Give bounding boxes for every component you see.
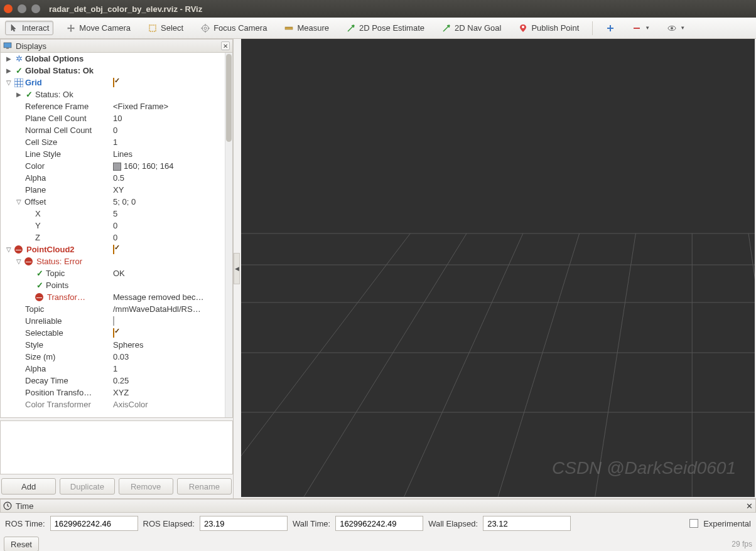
- property-cell-size[interactable]: Cell Size1: [1, 136, 225, 148]
- property-offset-z[interactable]: Z0: [1, 232, 225, 243]
- unreliable-checkbox[interactable]: [113, 316, 114, 326]
- rename-button[interactable]: Rename: [177, 478, 232, 495]
- tree-item-pc-status[interactable]: ▽—Status: Error: [1, 255, 225, 267]
- pin-icon: [519, 24, 527, 33]
- eye-button[interactable]: ▼: [663, 21, 689, 35]
- tree-item-grid-status[interactable]: ▶✓Status: Ok: [1, 88, 225, 100]
- select-icon: [148, 24, 157, 33]
- color-swatch[interactable]: [113, 163, 121, 171]
- tree-item-grid[interactable]: ▽Grid: [1, 77, 225, 88]
- publish-point-button[interactable]: Publish Point: [514, 21, 583, 35]
- displays-panel-title: Displays: [16, 41, 217, 51]
- displays-tree[interactable]: ▶✲Global Options ▶✓Global Status: Ok ▽Gr…: [1, 53, 225, 417]
- property-alpha2[interactable]: Alpha1: [1, 363, 225, 375]
- ros-time-label: ROS Time:: [5, 519, 45, 528]
- panel-close-button[interactable]: ✕: [746, 501, 753, 511]
- expander-icon[interactable]: ▶: [5, 67, 13, 74]
- svg-point-2: [204, 27, 207, 29]
- render-area: ◀ CSDN @DarkSeid0601: [234, 39, 756, 498]
- selectable-checkbox[interactable]: [113, 328, 114, 338]
- tree-item-pointcloud2[interactable]: ▽—PointCloud2: [1, 243, 225, 255]
- ros-elapsed-label: ROS Elapsed:: [143, 519, 195, 528]
- experimental-checkbox[interactable]: [689, 519, 698, 528]
- property-color[interactable]: Color160; 160; 164: [1, 160, 225, 172]
- property-color-transformer[interactable]: Color TransformerAxisColor: [1, 399, 225, 410]
- pose-estimate-button[interactable]: 2D Pose Estimate: [342, 21, 429, 35]
- check-icon: ✓: [35, 281, 44, 290]
- expander-icon[interactable]: ▶: [15, 91, 23, 98]
- grid-icon: [14, 78, 23, 87]
- select-label: Select: [161, 23, 183, 33]
- move-camera-button[interactable]: Move Camera: [62, 21, 135, 35]
- status-topic[interactable]: ✓TopicOK: [1, 267, 225, 279]
- green-arrow-icon: [442, 24, 451, 33]
- green-arrow-icon: [347, 24, 355, 33]
- wall-elapsed-field[interactable]: [483, 516, 571, 531]
- property-offset[interactable]: ▽Offset5; 0; 0: [1, 196, 225, 208]
- enabled-checkbox[interactable]: [113, 78, 114, 87]
- wall-elapsed-label: Wall Elapsed:: [428, 519, 478, 528]
- property-plane[interactable]: PlaneXY: [1, 184, 225, 196]
- enabled-checkbox[interactable]: [113, 245, 114, 254]
- time-panel-header[interactable]: Time ✕: [0, 499, 756, 513]
- window-close-button[interactable]: [4, 4, 13, 13]
- property-selectable[interactable]: Selectable: [1, 327, 225, 339]
- wall-time-field[interactable]: [335, 516, 423, 531]
- property-style[interactable]: StyleSpheres: [1, 339, 225, 351]
- select-button[interactable]: Select: [144, 21, 188, 35]
- property-plane-cell-count[interactable]: Plane Cell Count10: [1, 112, 225, 124]
- property-offset-y[interactable]: Y0: [1, 220, 225, 232]
- status-transform[interactable]: —Transfor…Message removed bec…: [1, 291, 225, 303]
- property-size[interactable]: Size (m)0.03: [1, 351, 225, 363]
- ros-time-field[interactable]: [50, 516, 138, 531]
- time-panel-title: Time: [16, 501, 742, 511]
- scrollbar-thumb[interactable]: [226, 54, 232, 142]
- remove-button[interactable]: Remove: [119, 478, 173, 495]
- publish-point-label: Publish Point: [531, 23, 579, 33]
- expander-icon[interactable]: ▽: [15, 198, 23, 205]
- tree-scrollbar[interactable]: [225, 53, 232, 417]
- property-decay[interactable]: Decay Time0.25: [1, 375, 225, 387]
- tree-item-global-status[interactable]: ▶✓Global Status: Ok: [1, 65, 225, 77]
- status-points[interactable]: ✓Points: [1, 279, 225, 291]
- expander-icon[interactable]: ▽: [5, 79, 13, 86]
- reset-button[interactable]: Reset: [4, 537, 39, 551]
- panel-close-button[interactable]: ✕: [221, 41, 230, 50]
- monitor-icon: [3, 41, 12, 50]
- focus-camera-button[interactable]: Focus Camera: [197, 21, 271, 35]
- main-toolbar: Interact Move Camera Select Focus Camera…: [0, 18, 756, 39]
- window-minimize-button[interactable]: [18, 4, 26, 13]
- expander-icon[interactable]: ▽: [5, 246, 13, 253]
- error-icon: —: [14, 245, 23, 254]
- add-button[interactable]: Add: [1, 478, 56, 495]
- property-unreliable[interactable]: Unreliable: [1, 315, 225, 327]
- panel-collapse-handle[interactable]: ◀: [234, 253, 240, 284]
- nav-goal-button[interactable]: 2D Nav Goal: [438, 21, 505, 35]
- measure-button[interactable]: Measure: [280, 21, 333, 35]
- svg-rect-9: [14, 78, 23, 87]
- expander-icon[interactable]: ▽: [15, 258, 23, 265]
- svg-rect-7: [4, 43, 11, 48]
- property-position-transformer[interactable]: Position Transfo…XYZ: [1, 387, 225, 399]
- 3d-viewport[interactable]: CSDN @DarkSeid0601: [241, 39, 755, 497]
- plus-button[interactable]: [602, 21, 619, 35]
- minus-button[interactable]: ▼: [628, 21, 654, 35]
- property-line-style[interactable]: Line StyleLines: [1, 148, 225, 160]
- displays-panel-header[interactable]: Displays ✕: [0, 39, 233, 53]
- pointer-icon: [9, 24, 18, 33]
- clock-icon: [3, 501, 12, 510]
- property-topic[interactable]: Topic/mmWaveDataHdl/RS…: [1, 303, 225, 315]
- ros-elapsed-field[interactable]: [200, 516, 288, 531]
- minus-icon: [632, 24, 641, 33]
- duplicate-button[interactable]: Duplicate: [60, 478, 114, 495]
- property-alpha[interactable]: Alpha0.5: [1, 172, 225, 184]
- svg-rect-0: [149, 25, 156, 31]
- property-normal-cell-count[interactable]: Normal Cell Count0: [1, 124, 225, 136]
- interact-button[interactable]: Interact: [5, 21, 53, 35]
- window-maximize-button[interactable]: [31, 4, 40, 13]
- property-offset-x[interactable]: X5: [1, 208, 225, 220]
- tree-item-global-options[interactable]: ▶✲Global Options: [1, 53, 225, 65]
- svg-rect-10: [241, 39, 755, 497]
- property-reference-frame[interactable]: Reference Frame<Fixed Frame>: [1, 100, 225, 112]
- expander-icon[interactable]: ▶: [5, 55, 13, 62]
